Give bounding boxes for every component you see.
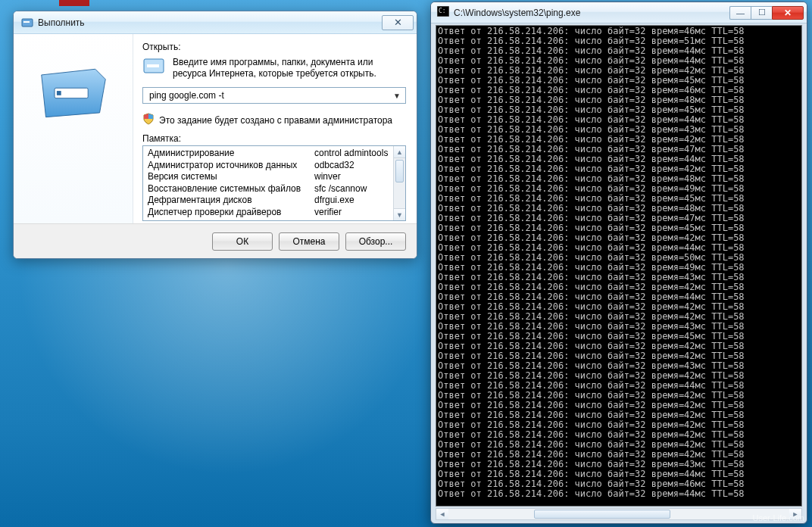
maximize-button[interactable]: ☐ (751, 6, 772, 20)
run-large-icon (37, 66, 110, 121)
svg-rect-5 (147, 64, 159, 67)
scroll-thumb[interactable] (395, 160, 404, 182)
admin-text: Это задание будет создано с правами адми… (159, 115, 392, 126)
memo-name: Восстановление системных файлов (148, 183, 314, 195)
minimize-icon: — (736, 8, 745, 17)
open-label: Открыть: (142, 42, 406, 52)
memo-name: Дефрагментация дисков (148, 195, 314, 207)
close-icon: ✕ (784, 8, 792, 18)
memo-row[interactable]: Версия системыwinver (148, 171, 389, 183)
hscroll-thumb[interactable] (534, 510, 670, 519)
console-output: Ответ от 216.58.214.206: число байт=32 в… (436, 26, 801, 500)
memo-box: Администрированиеcontrol admintoolsАдмин… (142, 145, 406, 221)
run-right-pane: Открыть: Введите имя программы, папки, д… (133, 34, 417, 223)
run-titlebar[interactable]: Выполнить ✕ (14, 11, 417, 34)
svg-rect-1 (23, 21, 30, 23)
console-icon: C: (437, 6, 449, 19)
scroll-up-icon[interactable]: ▲ (394, 146, 405, 158)
memo-cmd: control admintools (314, 148, 389, 160)
close-button[interactable]: ✕ (382, 15, 414, 30)
run-footer: ОК Отмена Обзор... (14, 223, 417, 258)
scroll-track[interactable] (394, 184, 405, 208)
ok-button[interactable]: ОК (212, 232, 273, 251)
memo-cmd: odbcad32 (314, 160, 389, 172)
console-body[interactable]: Ответ от 216.58.214.206: число байт=32 в… (436, 25, 802, 507)
run-window-icon (21, 17, 33, 29)
command-combobox[interactable]: ▼ (142, 87, 406, 104)
memo-cmd: winver (314, 171, 389, 183)
memo-name: Диспетчер проверки драйверов (148, 207, 314, 219)
svg-rect-3 (56, 91, 61, 95)
browse-button[interactable]: Обзор... (345, 232, 406, 251)
memo-label: Памятка: (142, 133, 406, 144)
memo-row[interactable]: Восстановление системных файловsfc /scan… (148, 183, 389, 195)
console-close-button[interactable]: ✕ (772, 6, 804, 20)
open-hint: Введите имя программы, папки, документа … (173, 57, 406, 80)
maximize-icon: ☐ (758, 8, 766, 17)
memo-name: Администрирование (148, 148, 314, 160)
minimize-button[interactable]: — (729, 6, 751, 20)
run-dialog: Выполнить ✕ Открыть: (13, 11, 417, 259)
svg-text:C:: C: (439, 8, 446, 14)
memo-scrollbar[interactable]: ▲ ▼ (393, 146, 405, 220)
cancel-button[interactable]: Отмена (279, 232, 339, 251)
console-titlebar[interactable]: C: C:\Windows\system32\ping.exe — ☐ ✕ (431, 2, 807, 23)
run-title: Выполнить (38, 17, 382, 28)
chevron-down-icon[interactable]: ▼ (392, 92, 402, 100)
console-title: C:\Windows\system32\ping.exe (454, 8, 725, 18)
run-hint-icon (142, 55, 167, 81)
console-window: C: C:\Windows\system32\ping.exe — ☐ ✕ От… (430, 2, 807, 524)
memo-name: Администратор источников данных (148, 160, 314, 172)
run-left-pane (14, 34, 133, 223)
command-input[interactable] (148, 89, 392, 101)
close-icon: ✕ (394, 17, 402, 28)
memo-cmd: verifier (314, 207, 389, 219)
memo-cmd: sfc /scannow (314, 183, 389, 195)
scroll-left-icon[interactable]: ◄ (436, 509, 448, 519)
memo-row[interactable]: Дефрагментация дисковdfrgui.exe (148, 195, 389, 207)
watermark: User-Life.com (753, 513, 804, 522)
scroll-down-icon[interactable]: ▼ (394, 208, 405, 220)
memo-row[interactable]: Администрированиеcontrol admintools (148, 148, 389, 160)
memo-name: Версия системы (148, 171, 314, 183)
shield-icon (142, 113, 155, 127)
admin-note: Это задание будет создано с правами адми… (142, 113, 406, 127)
hscroll-track[interactable] (448, 509, 789, 519)
console-hscrollbar[interactable]: ◄ ► (436, 508, 802, 520)
window-buttons: — ☐ ✕ (729, 6, 804, 20)
memo-list[interactable]: Администрированиеcontrol admintoolsАдмин… (143, 146, 393, 220)
memo-row[interactable]: Диспетчер проверки драйверовverifier (148, 207, 389, 219)
taskbar-fragment (59, 0, 89, 6)
memo-row[interactable]: Администратор источников данныхodbcad32 (148, 160, 389, 172)
memo-cmd: dfrgui.exe (314, 195, 389, 207)
run-body: Открыть: Введите имя программы, папки, д… (14, 34, 417, 223)
